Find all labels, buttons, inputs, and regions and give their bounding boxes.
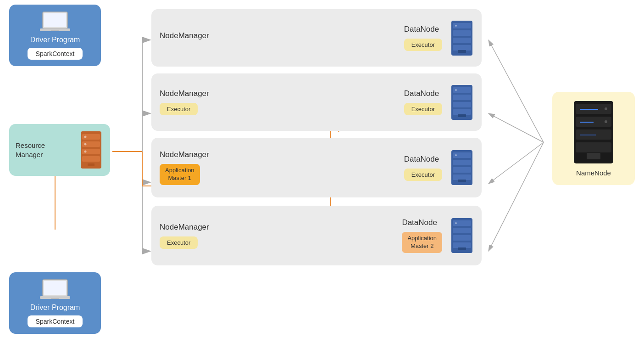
svg-point-27 (84, 136, 87, 138)
svg-point-29 (84, 151, 87, 153)
svg-rect-50 (458, 50, 466, 53)
svg-rect-68 (453, 228, 471, 233)
svg-rect-47 (453, 30, 471, 36)
svg-rect-18 (44, 13, 66, 27)
svg-rect-48 (453, 38, 471, 43)
datanode-section-2: DataNode Executor (404, 89, 442, 115)
svg-point-51 (455, 25, 457, 27)
datanode-server-2 (450, 84, 473, 121)
svg-rect-70 (453, 242, 471, 248)
nodemanager-label-2: NodeManager (160, 89, 228, 98)
svg-rect-42 (587, 153, 600, 159)
laptop-icon-bottom (39, 278, 71, 301)
driver-top: Driver Program SparkContext (9, 5, 101, 66)
datanode-section-3: DataNode Executor (404, 155, 442, 181)
svg-rect-57 (458, 114, 466, 117)
resource-manager-label: ResourceManager (16, 141, 45, 159)
nodemanager-label-4: NodeManager (160, 223, 228, 232)
resource-manager-box: ResourceManager (9, 124, 110, 176)
node-row-4: NodeManager Executor DataNode Applicatio… (151, 206, 482, 265)
svg-point-58 (455, 89, 457, 91)
svg-point-72 (455, 222, 457, 224)
nodemanager-section-1: NodeManager (160, 31, 261, 45)
node-row-2: NodeManager Executor DataNode Executor (151, 73, 482, 131)
namenode-label: NameNode (576, 169, 611, 177)
svg-rect-31 (44, 281, 66, 295)
app-master-1-badge: ApplicationMaster 1 (160, 164, 200, 185)
nodemanager-section-4: NodeManager Executor (160, 223, 228, 249)
svg-point-65 (455, 154, 457, 156)
driver-bottom: Driver Program SparkContext (9, 272, 101, 334)
svg-line-11 (489, 113, 544, 142)
datanode-label-2: DataNode (404, 89, 439, 98)
svg-point-43 (605, 107, 607, 110)
svg-line-13 (489, 142, 544, 251)
namenode-box: NameNode (552, 92, 635, 185)
svg-rect-26 (88, 163, 94, 166)
app-master-2-badge: ApplicationMaster 2 (402, 232, 442, 253)
svg-rect-37 (576, 129, 611, 140)
svg-rect-33 (51, 298, 59, 299)
svg-rect-64 (458, 180, 466, 182)
datanode-server-1 (450, 20, 473, 56)
svg-rect-63 (453, 174, 471, 180)
sparkcontext-top: SparkContext (28, 48, 83, 60)
datanode-label-3: DataNode (404, 155, 439, 164)
svg-rect-25 (82, 156, 100, 162)
executor-badge-1: Executor (404, 39, 442, 51)
svg-rect-56 (453, 109, 471, 115)
executor-badge-3: Executor (404, 169, 442, 181)
datanode-server-3 (450, 149, 473, 186)
svg-rect-71 (458, 247, 466, 250)
node-row-1: NodeManager DataNode Executor (151, 9, 482, 67)
svg-rect-38 (576, 142, 611, 152)
resource-manager-server-icon (78, 130, 104, 169)
svg-rect-69 (453, 235, 471, 241)
svg-point-44 (605, 120, 607, 123)
diagram-container: Driver Program SparkContext ResourceMana… (0, 0, 644, 343)
driver-top-label: Driver Program (30, 36, 80, 44)
datanode-label-1: DataNode (404, 25, 439, 34)
nodemanager-label-3: NodeManager (160, 150, 228, 159)
laptop-icon-top (39, 10, 71, 33)
svg-rect-54 (453, 95, 471, 100)
sparkcontext-bottom: SparkContext (28, 315, 83, 327)
svg-rect-55 (453, 102, 471, 107)
svg-rect-20 (51, 30, 59, 31)
svg-rect-62 (453, 167, 471, 173)
nodemanager-section-2: NodeManager Executor (160, 89, 228, 115)
svg-line-12 (489, 142, 544, 184)
svg-rect-61 (453, 160, 471, 165)
datanode-section-4: DataNode ApplicationMaster 2 (402, 218, 442, 253)
driver-bottom-label: Driver Program (30, 304, 80, 312)
node-row-3: NodeManager ApplicationMaster 1 DataNode… (151, 138, 482, 197)
datanode-server-4 (450, 217, 473, 254)
nodemanager-section-3: NodeManager ApplicationMaster 1 (160, 150, 228, 185)
executor-badge-2a: Executor (160, 103, 198, 115)
svg-rect-49 (453, 45, 471, 51)
svg-line-10 (489, 40, 544, 142)
datanode-label-4: DataNode (402, 218, 437, 227)
nodemanager-label-1: NodeManager (160, 31, 261, 40)
executor-badge-2b: Executor (404, 103, 442, 115)
namenode-server-icon (573, 100, 614, 164)
executor-badge-4: Executor (160, 236, 198, 249)
svg-point-28 (84, 143, 87, 146)
datanode-section-1: DataNode Executor (404, 25, 442, 51)
